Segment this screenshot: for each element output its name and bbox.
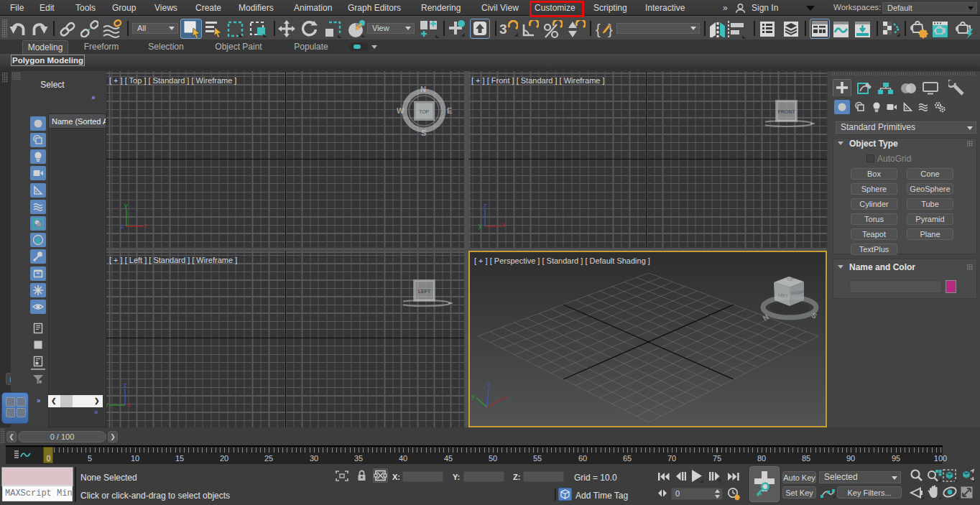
- svg-text:W: W: [397, 106, 405, 115]
- svg-text:{: {: [596, 22, 601, 37]
- svg-text:FRONT: FRONT: [777, 109, 795, 114]
- svg-text:y: y: [106, 401, 108, 408]
- svg-text:z: z: [121, 223, 124, 230]
- svg-text:E: E: [447, 106, 452, 115]
- svg-text:x: x: [144, 222, 147, 229]
- svg-text:z: z: [484, 202, 487, 209]
- svg-text:z: z: [487, 381, 491, 388]
- svg-text:S: S: [421, 129, 426, 137]
- svg-text:y: y: [479, 222, 482, 229]
- svg-text:y: y: [124, 202, 128, 209]
- svg-text:x: x: [127, 401, 131, 408]
- svg-text:}: }: [608, 22, 613, 37]
- svg-text:z: z: [124, 381, 127, 389]
- svg-text:N: N: [420, 85, 426, 93]
- svg-text:y: y: [471, 393, 475, 400]
- svg-text:LEFT: LEFT: [418, 289, 431, 294]
- svg-text:3: 3: [499, 22, 507, 37]
- svg-text:x: x: [504, 394, 507, 401]
- svg-text:x: x: [502, 221, 506, 228]
- svg-text:TOP: TOP: [419, 109, 430, 114]
- svg-text:TOP: TOP: [787, 277, 795, 282]
